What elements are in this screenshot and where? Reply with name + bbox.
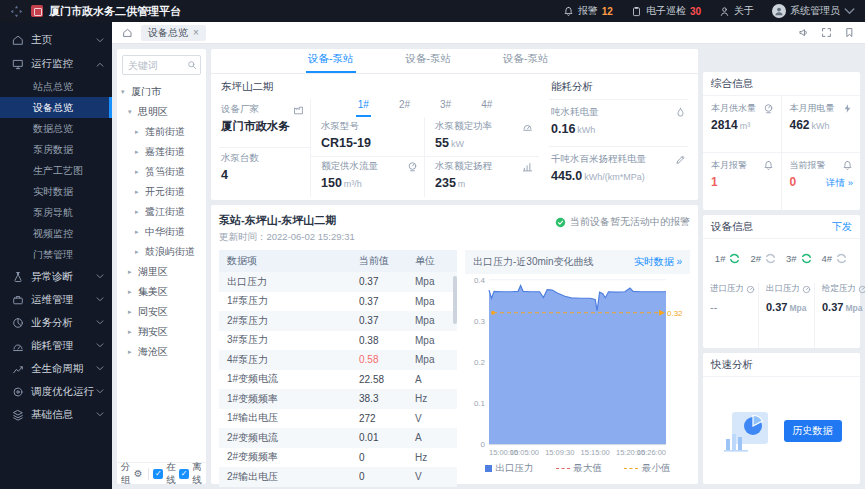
- pump-4-status[interactable]: 4#: [822, 252, 849, 265]
- search-icon[interactable]: [187, 60, 197, 70]
- sidebar-item-pumphouse-nav[interactable]: 泵房导航: [0, 202, 112, 223]
- table-row[interactable]: 1#变频频率38.3Hz: [219, 389, 457, 409]
- tree-node-district-siming[interactable]: ▾思明区: [121, 102, 203, 122]
- sidebar-item-realtime-data[interactable]: 实时数据: [0, 181, 112, 202]
- history-data-button[interactable]: 历史数据: [784, 420, 842, 442]
- table-row[interactable]: 2#变频电流0.01A: [219, 428, 457, 448]
- about-menu[interactable]: 关于: [719, 4, 754, 18]
- user-menu[interactable]: 系统管理员: [772, 4, 855, 18]
- sidebar-item-monitoring[interactable]: 运行监控: [0, 52, 112, 76]
- table-row[interactable]: 1#输出电压272V: [219, 409, 457, 429]
- inlet-pressure-value: --: [710, 301, 755, 313]
- tree-node-district[interactable]: ▸湖里区: [121, 262, 203, 282]
- legend-max[interactable]: 最大值: [556, 462, 603, 475]
- sidebar-item-site-overview[interactable]: 站点总览: [0, 76, 112, 97]
- table-row[interactable]: 1#变频电流22.58A: [219, 370, 457, 390]
- send-down-link[interactable]: 下发: [832, 220, 852, 234]
- tab-pump-4[interactable]: 4#: [479, 99, 494, 117]
- online-checkbox[interactable]: ✓: [153, 469, 163, 479]
- bookmark-icon[interactable]: [844, 27, 855, 38]
- kiloton-energy-cell: 千吨水百米扬程耗电量 445.0kWh/(km*MPa): [549, 147, 688, 194]
- tab-pump-2[interactable]: 2#: [397, 99, 412, 117]
- detail-link[interactable]: 详情 »: [826, 177, 853, 190]
- home-icon[interactable]: [122, 27, 133, 38]
- tab-device-pump-1[interactable]: 设备-泵站: [306, 52, 356, 73]
- sidebar-item-business-analysis[interactable]: 业务分析: [0, 311, 112, 334]
- water-drop-icon: [675, 107, 686, 118]
- alarm-menu[interactable]: 报警 12: [563, 4, 613, 18]
- legend-min[interactable]: 最小值: [624, 462, 671, 475]
- table-row[interactable]: 1#泵压力0.37Mpa: [219, 292, 457, 312]
- caret-right-icon: ▸: [135, 148, 142, 156]
- bar-chart-icon: [522, 161, 533, 172]
- check-circle-icon: [555, 217, 566, 228]
- current-alarm-value: 0: [790, 175, 797, 189]
- sidebar-item-pumphouse-data[interactable]: 泵房数据: [0, 139, 112, 160]
- sidebar-item-data-overview[interactable]: 数据总览: [0, 118, 112, 139]
- sidebar-item-device-overview[interactable]: 设备总览: [0, 97, 112, 118]
- sidebar-item-access-control[interactable]: 门禁管理: [0, 244, 112, 265]
- svg-text:0.32: 0.32: [667, 309, 683, 318]
- sidebar-item-process-diagram[interactable]: 生产工艺图: [0, 160, 112, 181]
- tree-node-street[interactable]: ▸中华街道: [121, 222, 203, 242]
- sidebar-item-base-info[interactable]: 基础信息: [0, 403, 112, 426]
- tree-node-street[interactable]: ▸开元街道: [121, 182, 203, 202]
- chevron-down-icon: [96, 366, 104, 371]
- sidebar-item-dispatch-optimization[interactable]: 调度优化运行: [0, 380, 112, 403]
- settings-icon[interactable]: ⚙: [134, 468, 143, 479]
- tab-pump-3[interactable]: 3#: [438, 99, 453, 117]
- pump-number-tabs: 1# 2# 3# 4#: [311, 99, 539, 117]
- pump-3-status[interactable]: 3#: [786, 252, 813, 265]
- tree-node-city[interactable]: ▾厦门市: [121, 82, 203, 102]
- pump-2-status[interactable]: 2#: [750, 252, 777, 265]
- tree-node-district[interactable]: ▸集美区: [121, 282, 203, 302]
- tree-node-street[interactable]: ▸嘉莲街道: [121, 142, 203, 162]
- caret-right-icon: ▸: [135, 228, 142, 236]
- tab-device-overview[interactable]: 设备总览 ×: [141, 25, 206, 41]
- tree-node-street[interactable]: ▸莲前街道: [121, 122, 203, 142]
- chevron-down-icon: [96, 320, 104, 325]
- tree-node-district[interactable]: ▸海沧区: [121, 342, 203, 362]
- table-row[interactable]: 2#变频频率0Hz: [219, 448, 457, 468]
- caret-right-icon: ▸: [135, 168, 142, 176]
- fullscreen-icon[interactable]: [821, 27, 832, 38]
- sidebar-item-diagnosis[interactable]: 异常诊断: [0, 265, 112, 288]
- scrollbar[interactable]: [453, 276, 457, 324]
- caret-right-icon: ▸: [128, 288, 135, 296]
- sidebar-item-energy-management[interactable]: 能耗管理: [0, 334, 112, 357]
- sidebar-item-ops-management[interactable]: 运维管理: [0, 288, 112, 311]
- compass-icon[interactable]: [10, 5, 23, 18]
- pump-1-status[interactable]: 1#: [715, 252, 742, 265]
- caret-right-icon: ▸: [135, 128, 142, 136]
- tree-node-district[interactable]: ▸同安区: [121, 302, 203, 322]
- workspace: ▾厦门市 ▾思明区 ▸莲前街道 ▸嘉莲街道 ▸筼筜街道 ▸开元街道 ▸鹭江街道 …: [112, 44, 865, 489]
- svg-text:0: 0: [481, 441, 486, 450]
- tree-node-street[interactable]: ▸筼筜街道: [121, 162, 203, 182]
- tab-device-pump-3[interactable]: 设备-泵站: [501, 52, 551, 73]
- tree-node-district[interactable]: ▸翔安区: [121, 322, 203, 342]
- table-row[interactable]: 4#泵压力0.58Mpa: [219, 350, 457, 370]
- tab-pump-1[interactable]: 1#: [356, 99, 371, 117]
- tree-node-street[interactable]: ▸鹭江街道: [121, 202, 203, 222]
- realtime-data-link[interactable]: 实时数据 »: [634, 255, 682, 269]
- sidebar-item-lifecycle[interactable]: 全生命周期: [0, 357, 112, 380]
- megaphone-icon[interactable]: [798, 27, 809, 38]
- month-supply-cell: 本月供水量 2814m³: [703, 96, 782, 153]
- month-power-cell: 本月用电量 462kWh: [782, 96, 861, 153]
- energy-analysis-section: 能耗分析 吨水耗电量 0.16kWh 千吨水百米扬程耗电量 445.0: [549, 78, 688, 198]
- online-label: 在线: [166, 461, 176, 487]
- table-row[interactable]: 2#输出电压0V: [219, 467, 457, 487]
- close-icon[interactable]: ×: [193, 27, 199, 38]
- inspection-menu[interactable]: 电子巡检 30: [631, 4, 701, 18]
- sidebar-item-video-monitor[interactable]: 视频监控: [0, 223, 112, 244]
- tree-node-street[interactable]: ▸鼓浪屿街道: [121, 242, 203, 262]
- legend-outlet-pressure[interactable]: 出口压力: [485, 462, 534, 475]
- rated-head-cell: 水泵额定扬程 235m: [425, 157, 539, 197]
- offline-checkbox[interactable]: ✓: [179, 469, 189, 479]
- app-logo: [31, 5, 43, 17]
- table-row[interactable]: 2#泵压力0.37Mpa: [219, 311, 457, 331]
- table-row[interactable]: 出口压力0.37Mpa: [219, 272, 457, 292]
- tab-device-pump-2[interactable]: 设备-泵站: [404, 52, 454, 73]
- table-row[interactable]: 3#泵压力0.38Mpa: [219, 331, 457, 351]
- sidebar-item-home[interactable]: 主页: [0, 28, 112, 52]
